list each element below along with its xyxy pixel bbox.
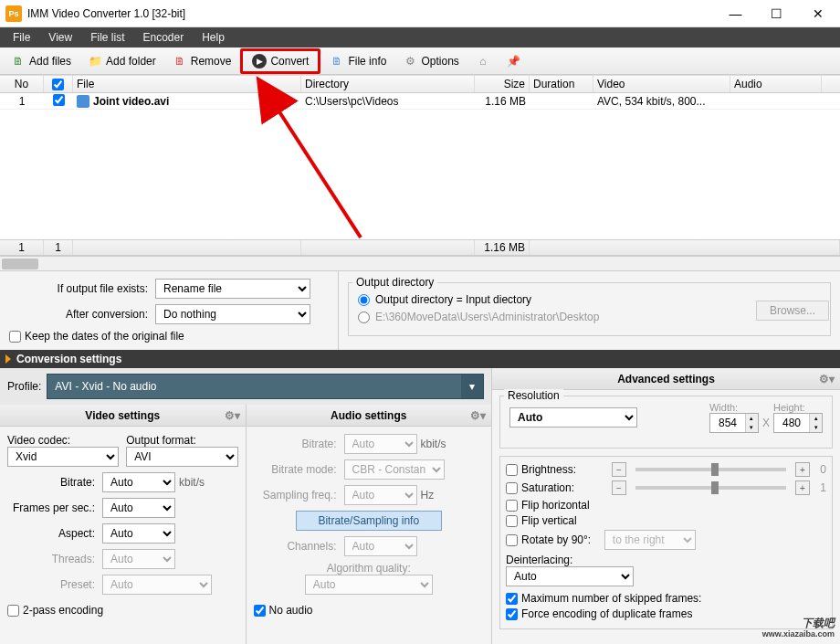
remove-button[interactable]: 🗎Remove <box>165 51 239 71</box>
height-spinner[interactable]: ▴▾ <box>773 413 823 433</box>
spin-down-icon[interactable]: ▾ <box>745 423 758 432</box>
add-files-label: Add files <box>29 55 71 68</box>
rotate-label: Rotate by 90°: <box>521 533 591 546</box>
aspect-select[interactable]: Auto <box>102 523 175 544</box>
noaudio-checkbox[interactable] <box>254 605 266 617</box>
cell-duration <box>530 100 593 102</box>
slider-thumb[interactable] <box>711 481 719 494</box>
brightness-checkbox[interactable] <box>506 464 518 476</box>
keepdates-checkbox[interactable] <box>9 331 21 343</box>
col-size[interactable]: Size <box>475 76 530 92</box>
twopass-checkbox[interactable] <box>7 605 19 617</box>
col-audio[interactable]: Audio <box>730 76 822 92</box>
fps-label: Frames per sec.: <box>7 501 99 514</box>
minus-button[interactable]: − <box>612 462 626 477</box>
browse-button[interactable]: Browse... <box>756 301 829 321</box>
output-dir-radio-custom-label: E:\360MoveData\Users\Administrator\Deskt… <box>375 311 599 323</box>
options-label: Options <box>421 55 458 68</box>
output-dir-radio-input[interactable] <box>358 294 370 306</box>
afreq-select: Auto <box>344 485 417 505</box>
gear-icon[interactable]: ⚙▾ <box>225 409 240 422</box>
ifexists-select[interactable]: Rename file <box>155 279 310 299</box>
settings-area: Profile: AVI - Xvid - No audio ▾ Video s… <box>0 368 840 644</box>
height-input[interactable] <box>774 414 809 432</box>
algo-label: Algorithm quality: <box>254 562 485 575</box>
forcedup-checkbox[interactable] <box>506 608 518 620</box>
bitrate-sampling-info-button[interactable]: Bitrate/Sampling info <box>296 511 442 531</box>
footer-count2: 1 <box>44 240 73 255</box>
browse-label: Browse... <box>770 304 815 317</box>
amode-select: CBR - Constant <box>344 459 445 480</box>
maximize-button[interactable]: ☐ <box>756 0 797 27</box>
col-directory[interactable]: Directory <box>301 76 475 92</box>
width-spinner[interactable]: ▴▾ <box>709 413 759 433</box>
resolution-fieldset: Resolution Auto Width: ▴▾ X Height: ▴▾ <box>499 396 833 449</box>
add-files-button[interactable]: 🗎Add files <box>4 51 79 71</box>
output-format-select[interactable]: AVI <box>126 447 237 467</box>
options-button[interactable]: ⚙Options <box>395 51 466 71</box>
app-icon: Ps <box>5 5 22 22</box>
close-button[interactable]: ✕ <box>797 0 838 27</box>
keepdates-label: Keep the dates of the original file <box>25 330 184 343</box>
watermark-main: 下载吧 <box>802 617 835 629</box>
col-no[interactable]: No <box>0 76 44 92</box>
home-icon: ⌂ <box>476 54 490 69</box>
remove-icon: 🗎 <box>173 54 187 69</box>
menu-view[interactable]: View <box>39 28 81 47</box>
gear-icon[interactable]: ⚙▾ <box>470 409 486 422</box>
deint-select[interactable]: Auto <box>506 566 634 586</box>
convert-label: Convert <box>270 55 309 68</box>
pin-button[interactable]: 📌 <box>499 51 529 71</box>
profile-select[interactable]: AVI - Xvid - No audio ▾ <box>47 374 484 399</box>
cell-checkbox <box>44 93 73 110</box>
horizontal-scrollbar[interactable] <box>0 256 840 270</box>
plus-button[interactable]: + <box>795 462 810 477</box>
width-input[interactable] <box>710 414 745 432</box>
gear-icon[interactable]: ⚙▾ <box>819 373 835 385</box>
table-row[interactable]: 1 Joint video.avi C:\Users\pc\Videos 1.1… <box>0 93 840 110</box>
col-video[interactable]: Video <box>593 76 730 92</box>
watermark: 下载吧 www.xiazaiba.com <box>762 610 835 639</box>
flipv-checkbox[interactable] <box>506 515 518 527</box>
spin-down-icon[interactable]: ▾ <box>809 423 822 432</box>
rotate-checkbox[interactable] <box>506 534 518 546</box>
fliph-checkbox[interactable] <box>506 500 518 512</box>
header-checkbox[interactable] <box>52 79 64 90</box>
menu-help[interactable]: Help <box>193 28 234 47</box>
output-dir-radio-input-label: Output directory = Input diectory <box>375 293 531 306</box>
scrollbar-thumb[interactable] <box>2 259 38 269</box>
minus-button[interactable]: − <box>612 480 626 495</box>
convert-button[interactable]: ▶Convert <box>240 48 320 74</box>
spin-up-icon[interactable]: ▴ <box>809 414 822 423</box>
saturation-slider[interactable] <box>635 486 786 490</box>
menu-encoder[interactable]: Encoder <box>133 28 193 47</box>
saturation-checkbox[interactable] <box>506 482 518 494</box>
menu-file[interactable]: File <box>4 28 39 47</box>
slider-thumb[interactable] <box>711 463 719 476</box>
brightness-value: 0 <box>815 463 826 476</box>
plus-button[interactable]: + <box>795 480 810 495</box>
spin-up-icon[interactable]: ▴ <box>745 414 758 423</box>
minimize-button[interactable]: ― <box>715 0 756 27</box>
conversion-settings-header[interactable]: Conversion settings <box>0 350 840 368</box>
menubar: File View File list Encoder Help <box>0 27 840 48</box>
mid-left: If output file exists: Rename file After… <box>0 271 338 350</box>
row-checkbox[interactable] <box>53 94 65 106</box>
home-button[interactable]: ⌂ <box>468 51 498 71</box>
fps-select[interactable]: Auto <box>102 498 175 518</box>
afterconv-select[interactable]: Do nothing <box>155 304 310 324</box>
bitrate-select[interactable]: Auto <box>102 472 175 492</box>
maxskip-checkbox[interactable] <box>506 593 518 605</box>
col-duration[interactable]: Duration <box>530 76 593 92</box>
brightness-slider[interactable] <box>635 468 786 471</box>
output-dir-radio-custom[interactable] <box>358 311 370 323</box>
col-file[interactable]: File <box>73 76 301 92</box>
preset-label: Preset: <box>7 578 99 591</box>
file-info-button[interactable]: 🗎File info <box>322 51 394 71</box>
forcedup-label: Force encoding of duplicate frames <box>521 607 692 620</box>
resolution-select[interactable]: Auto <box>509 407 637 428</box>
add-folder-button[interactable]: 📁Add folder <box>80 51 163 71</box>
col-checkbox[interactable] <box>44 76 73 92</box>
menu-filelist[interactable]: File list <box>81 28 133 47</box>
video-codec-select[interactable]: Xvid <box>7 447 119 467</box>
